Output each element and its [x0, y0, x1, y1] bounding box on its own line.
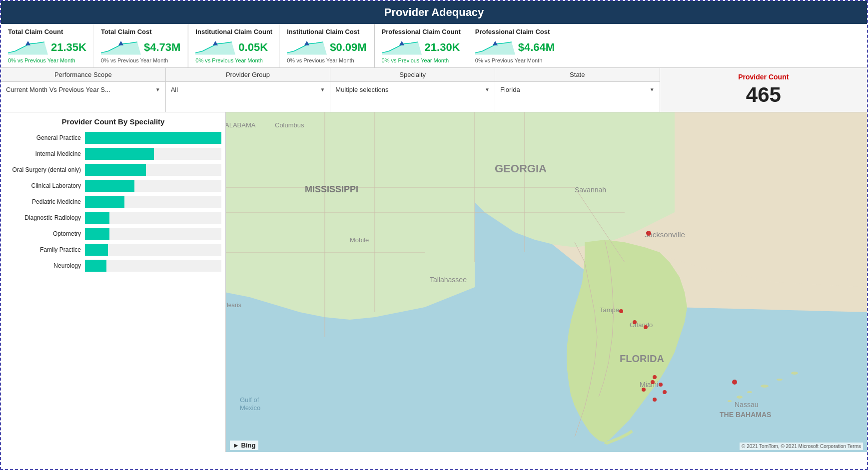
kpi-value-professional-claim-count: 21.30K — [425, 41, 460, 54]
svg-point-44 — [646, 231, 651, 236]
kpi-title-total-claim-cost: Total Claim Cost — [101, 28, 180, 35]
svg-text:Gulf of: Gulf of — [240, 396, 259, 404]
state-select[interactable]: Florida ▼ — [495, 82, 660, 97]
filter-row: Performance Scope Current Month Vs Previ… — [1, 68, 867, 112]
svg-marker-11 — [493, 41, 498, 45]
bar-label: Neurology — [5, 262, 85, 269]
provider-group-filter[interactable]: Provider Group All ▼ — [166, 68, 331, 112]
kpi-title-professional-claim-cost: Professional Claim Cost — [475, 28, 555, 35]
svg-point-39 — [737, 396, 743, 399]
svg-text:Savannah: Savannah — [575, 186, 606, 194]
bar-chart-row: Internal Medicine 42 — [5, 148, 221, 160]
page-title: Provider Adequacy — [384, 6, 484, 18]
bar-label: Diagnostic Radiology — [5, 214, 85, 221]
svg-point-47 — [644, 325, 648, 329]
state-arrow: ▼ — [650, 87, 655, 92]
performance-scope-select[interactable]: Current Month Vs Previous Year S... ▼ — [1, 82, 165, 97]
svg-point-40 — [747, 391, 752, 393]
provider-group-select[interactable]: All ▼ — [166, 82, 330, 97]
kpi-value-total-claim-count: 21.35K — [51, 41, 86, 54]
bar-label: Internal Medicine — [5, 150, 85, 157]
performance-scope-arrow: ▼ — [155, 87, 160, 92]
bar-chart-row: Pediatric Medicine 24 — [5, 196, 221, 208]
kpi-trend-professional-claim-cost: 0% vs Previous Year Month — [475, 57, 555, 63]
kpi-card-professional-claim-cost: Professional Claim Cost $4.64M 0% vs Pre… — [468, 24, 562, 67]
provider-count-label: Provider Count — [738, 73, 789, 81]
state-filter[interactable]: State Florida ▼ — [495, 68, 660, 112]
kpi-card-institutional-claim-count: Institutional Claim Count 0.05K 0% vs Pr… — [188, 24, 280, 67]
map-svg: MISSISSIPPI GEORGIA FLORIDA Tallahassee … — [226, 112, 867, 452]
svg-text:rlearis: rlearis — [226, 302, 241, 309]
bar-label: Optometry — [5, 230, 85, 237]
svg-point-49 — [659, 383, 663, 387]
svg-marker-9 — [399, 41, 404, 45]
kpi-value-institutional-claim-count: 0.05K — [238, 41, 268, 54]
bar-chart-panel: Provider Count By Speciality General Pra… — [1, 112, 226, 452]
specialty-arrow: ▼ — [485, 87, 490, 92]
bar-fill — [85, 180, 134, 192]
bar-outer: 42 — [85, 148, 221, 160]
kpi-title-professional-claim-count: Professional Claim Count — [382, 28, 461, 35]
svg-text:ALABAMA: ALABAMA — [226, 121, 256, 129]
svg-marker-3 — [118, 41, 123, 45]
svg-point-45 — [619, 309, 623, 313]
bar-chart-row: Diagnostic Radiology 15 — [5, 212, 221, 224]
performance-scope-label: Performance Scope — [1, 68, 165, 82]
provider-group-arrow: ▼ — [320, 87, 325, 92]
kpi-value-total-claim-cost: $4.73M — [144, 41, 180, 54]
svg-point-53 — [653, 398, 657, 402]
sparkline-professional-claim-cost — [475, 37, 515, 57]
bar-outer: 37 — [85, 164, 221, 176]
bar-chart-title: Provider Count By Speciality — [5, 117, 221, 126]
bar-chart-row: Neurology 13 — [5, 260, 221, 272]
provider-count-value: 465 — [746, 83, 781, 107]
provider-group-value: All — [171, 86, 178, 93]
svg-point-54 — [732, 380, 737, 385]
bar-fill — [85, 132, 221, 144]
svg-point-52 — [642, 388, 646, 392]
sparkline-total-claim-cost — [101, 37, 141, 57]
sparkline-institutional-claim-count — [195, 37, 235, 57]
svg-point-46 — [633, 320, 637, 324]
svg-text:Columbus: Columbus — [275, 121, 304, 129]
bing-logo: ► Bing — [230, 441, 258, 450]
bar-chart-row: General Practice 83 — [5, 132, 221, 144]
specialty-select[interactable]: Multiple selections ▼ — [330, 82, 495, 97]
bar-chart-items: General Practice 83 Internal Medicine 42… — [5, 132, 221, 272]
kpi-card-professional-claim-count: Professional Claim Count 21.30K 0% vs Pr… — [375, 24, 468, 67]
svg-point-51 — [651, 380, 655, 384]
bar-outer: 30 — [85, 180, 221, 192]
bar-label: Clinical Laboratory — [5, 182, 85, 189]
svg-text:Tallahassee: Tallahassee — [430, 276, 467, 284]
provider-group-label: Provider Group — [166, 68, 330, 82]
bar-chart-row: Clinical Laboratory 30 — [5, 180, 221, 192]
sparkline-institutional-claim-cost — [287, 37, 327, 57]
kpi-trend-total-claim-count: 0% vs Previous Year Month — [8, 57, 86, 63]
bing-icon: ► — [233, 442, 239, 449]
bar-fill — [85, 164, 146, 176]
kpi-trend-institutional-claim-cost: 0% vs Previous Year Month — [287, 57, 366, 63]
performance-scope-filter[interactable]: Performance Scope Current Month Vs Previ… — [1, 68, 166, 112]
kpi-value-institutional-claim-cost: $0.09M — [330, 41, 366, 54]
svg-text:GEORGIA: GEORGIA — [495, 162, 547, 175]
kpi-trend-total-claim-cost: 0% vs Previous Year Month — [101, 57, 180, 63]
state-value: Florida — [500, 86, 520, 93]
svg-text:THE BAHAMAS: THE BAHAMAS — [720, 411, 771, 419]
bar-fill — [85, 260, 106, 272]
map-panel: MISSISSIPPI GEORGIA FLORIDA Tallahassee … — [226, 112, 867, 452]
provider-count-cell: Provider Count 465 — [660, 68, 867, 112]
bar-label: Pediatric Medicine — [5, 198, 85, 205]
bar-outer: 15 — [85, 228, 221, 240]
svg-point-38 — [728, 400, 732, 402]
svg-point-50 — [663, 390, 667, 394]
bar-fill — [85, 196, 124, 208]
kpi-title-institutional-claim-cost: Institutional Claim Cost — [287, 28, 366, 35]
bar-fill — [85, 212, 109, 224]
kpi-card-total-claim-count: Total Claim Count 21.35K 0% vs Previous … — [1, 24, 94, 67]
svg-marker-7 — [304, 41, 309, 45]
specialty-filter[interactable]: Specialty Multiple selections ▼ — [330, 68, 495, 112]
kpi-value-professional-claim-cost: $4.64M — [518, 41, 555, 54]
bing-label: Bing — [241, 442, 256, 449]
kpi-card-total-claim-cost: Total Claim Cost $4.73M 0% vs Previous Y… — [94, 24, 188, 67]
bar-chart-row: Oral Surgery (dental only) 37 — [5, 164, 221, 176]
